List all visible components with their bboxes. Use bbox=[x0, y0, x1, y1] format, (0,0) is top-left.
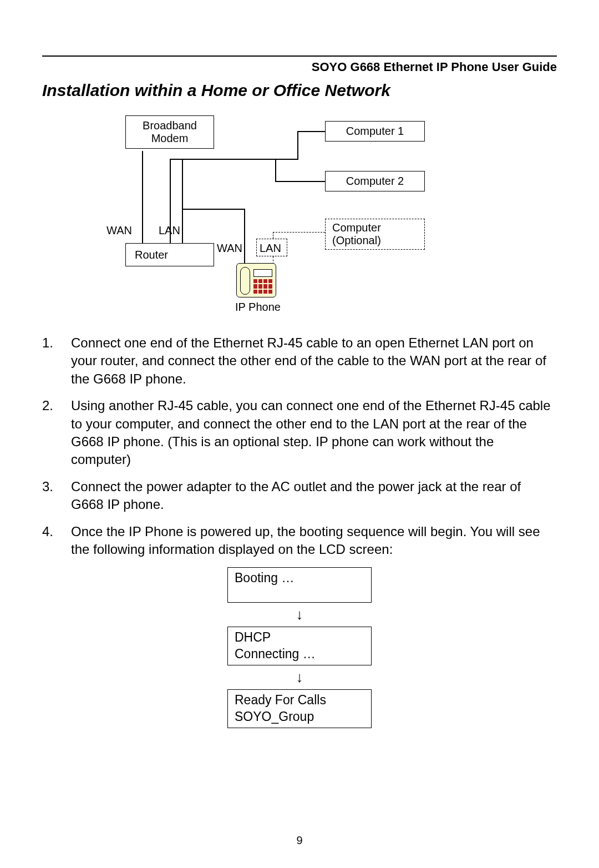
lcd-booting: Booting … bbox=[227, 567, 372, 603]
line-dashed bbox=[273, 232, 325, 233]
lcd-line: SOYO_Group bbox=[235, 709, 314, 724]
box-computer1: Computer 1 bbox=[325, 121, 425, 142]
lan-dashed-frame bbox=[256, 239, 287, 256]
line bbox=[297, 131, 325, 132]
step-text: Using another RJ-45 cable, you can conne… bbox=[71, 397, 557, 469]
line bbox=[142, 151, 143, 243]
network-diagram: Broadband Modem Router Computer 1 Comput… bbox=[87, 115, 475, 326]
line bbox=[244, 209, 245, 258]
arrow-down-icon: ↓ bbox=[296, 606, 303, 623]
installation-steps: 1. Connect one end of the Ethernet RJ-45… bbox=[42, 334, 557, 558]
lcd-line: Ready For Calls bbox=[235, 693, 326, 707]
box-computer-optional: Computer (Optional) bbox=[325, 219, 425, 250]
lcd-sequence: Booting … ↓ DHCP Connecting … ↓ Ready Fo… bbox=[42, 567, 557, 728]
lcd-ready: Ready For Calls SOYO_Group bbox=[227, 689, 372, 728]
line-dashed bbox=[273, 232, 273, 239]
ip-phone-icon bbox=[236, 263, 276, 297]
page-number: 9 bbox=[0, 834, 599, 847]
label-wan-router: WAN bbox=[106, 224, 132, 237]
lcd-line: DHCP bbox=[235, 630, 271, 644]
step-number: 1. bbox=[42, 334, 71, 388]
box-broadband-modem: Broadband Modem bbox=[125, 115, 214, 149]
line bbox=[170, 159, 171, 243]
section-title: Installation within a Home or Office Net… bbox=[42, 81, 557, 100]
line bbox=[275, 159, 276, 181]
line bbox=[275, 181, 325, 182]
line bbox=[297, 131, 298, 160]
header-title: SOYO G668 Ethernet IP Phone User Guide bbox=[42, 60, 557, 74]
step-2: 2. Using another RJ-45 cable, you can co… bbox=[42, 397, 557, 469]
line bbox=[182, 159, 183, 243]
lcd-line: Booting … bbox=[235, 571, 294, 585]
lcd-line: Connecting … bbox=[235, 647, 316, 661]
header-rule bbox=[42, 55, 557, 57]
step-number: 3. bbox=[42, 478, 71, 514]
step-1: 1. Connect one end of the Ethernet RJ-45… bbox=[42, 334, 557, 388]
phone-handset-icon bbox=[240, 267, 250, 295]
arrow-down-icon: ↓ bbox=[296, 669, 303, 686]
box-computer2: Computer 2 bbox=[325, 171, 425, 191]
line bbox=[182, 209, 244, 210]
box-router: Router bbox=[125, 243, 214, 266]
step-text: Once the IP Phone is powered up, the boo… bbox=[71, 523, 557, 559]
label-ip-phone: IP Phone bbox=[235, 301, 281, 314]
step-3: 3. Connect the power adapter to the AC o… bbox=[42, 478, 557, 514]
line bbox=[170, 159, 298, 160]
step-4: 4. Once the IP Phone is powered up, the … bbox=[42, 523, 557, 559]
step-text: Connect one end of the Ethernet RJ-45 ca… bbox=[71, 334, 557, 388]
phone-keypad-icon bbox=[253, 279, 272, 294]
step-text: Connect the power adapter to the AC outl… bbox=[71, 478, 557, 514]
phone-screen-icon bbox=[253, 269, 272, 277]
step-number: 4. bbox=[42, 523, 71, 559]
lcd-dhcp: DHCP Connecting … bbox=[227, 627, 372, 665]
label-wan-phone: WAN bbox=[217, 242, 242, 255]
step-number: 2. bbox=[42, 397, 71, 469]
